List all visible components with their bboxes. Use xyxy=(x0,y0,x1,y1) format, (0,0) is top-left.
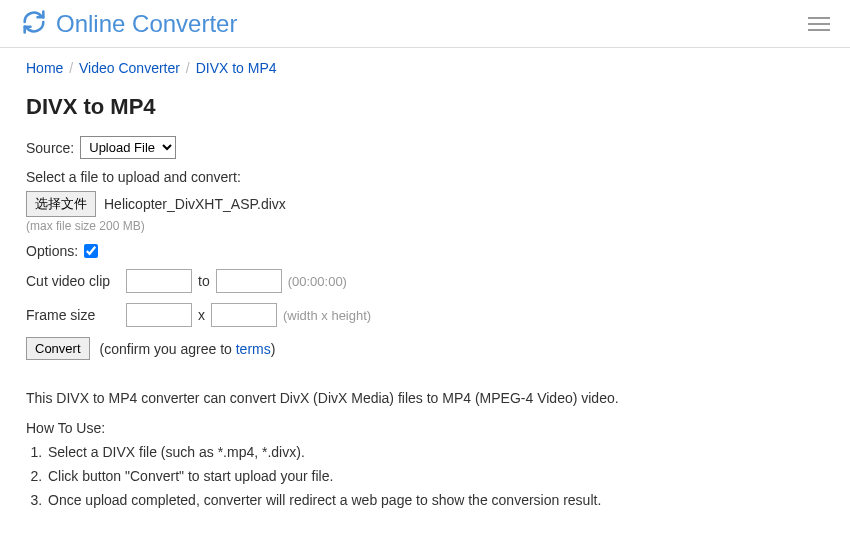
convert-row: Convert (confirm you agree to terms) xyxy=(26,337,824,360)
cut-hint: (00:00:00) xyxy=(288,274,347,289)
breadcrumb-current[interactable]: DIVX to MP4 xyxy=(196,60,277,76)
breadcrumb-category[interactable]: Video Converter xyxy=(79,60,180,76)
options-label: Options: xyxy=(26,243,78,259)
refresh-icon xyxy=(20,8,48,39)
breadcrumb: Home / Video Converter / DIVX to MP4 xyxy=(26,60,824,76)
frame-label: Frame size xyxy=(26,307,126,323)
header: Online Converter xyxy=(0,0,850,48)
source-label: Source: xyxy=(26,140,74,156)
frame-hint: (width x height) xyxy=(283,308,371,323)
source-select[interactable]: Upload File xyxy=(80,136,176,159)
page-title: DIVX to MP4 xyxy=(26,94,824,120)
frame-sep: x xyxy=(198,307,205,323)
list-item: Once upload completed, converter will re… xyxy=(46,492,824,508)
cut-label: Cut video clip xyxy=(26,273,126,289)
confirm-suffix: ) xyxy=(271,341,276,357)
cut-start-input[interactable] xyxy=(126,269,192,293)
source-row: Source: Upload File xyxy=(26,136,824,159)
terms-link[interactable]: terms xyxy=(236,341,271,357)
main-content: Home / Video Converter / DIVX to MP4 DIV… xyxy=(0,48,850,528)
convert-button[interactable]: Convert xyxy=(26,337,90,360)
frame-width-input[interactable] xyxy=(126,303,192,327)
cut-sep: to xyxy=(198,273,210,289)
site-title: Online Converter xyxy=(56,10,237,38)
logo[interactable]: Online Converter xyxy=(20,8,237,39)
confirm-prefix: (confirm you agree to xyxy=(100,341,236,357)
breadcrumb-sep: / xyxy=(186,60,190,76)
confirm-text: (confirm you agree to terms) xyxy=(100,341,276,357)
list-item: Select a DIVX file (such as *.mp4, *.div… xyxy=(46,444,824,460)
frame-row: Frame size x (width x height) xyxy=(26,303,824,327)
cut-end-input[interactable] xyxy=(216,269,282,293)
howto-title: How To Use: xyxy=(26,420,824,436)
frame-height-input[interactable] xyxy=(211,303,277,327)
howto-list: Select a DIVX file (such as *.mp4, *.div… xyxy=(26,444,824,508)
max-size-hint: (max file size 200 MB) xyxy=(26,219,824,233)
breadcrumb-sep: / xyxy=(69,60,73,76)
breadcrumb-home[interactable]: Home xyxy=(26,60,63,76)
select-file-label: Select a file to upload and convert: xyxy=(26,169,824,185)
description: This DIVX to MP4 converter can convert D… xyxy=(26,390,824,406)
list-item: Click button "Convert" to start upload y… xyxy=(46,468,824,484)
cut-row: Cut video clip to (00:00:00) xyxy=(26,269,824,293)
selected-file-name: Helicopter_DivXHT_ASP.divx xyxy=(104,196,286,212)
file-row: 选择文件 Helicopter_DivXHT_ASP.divx xyxy=(26,191,824,217)
menu-icon[interactable] xyxy=(808,17,830,31)
options-row: Options: xyxy=(26,243,824,259)
choose-file-button[interactable]: 选择文件 xyxy=(26,191,96,217)
options-checkbox[interactable] xyxy=(84,244,98,258)
